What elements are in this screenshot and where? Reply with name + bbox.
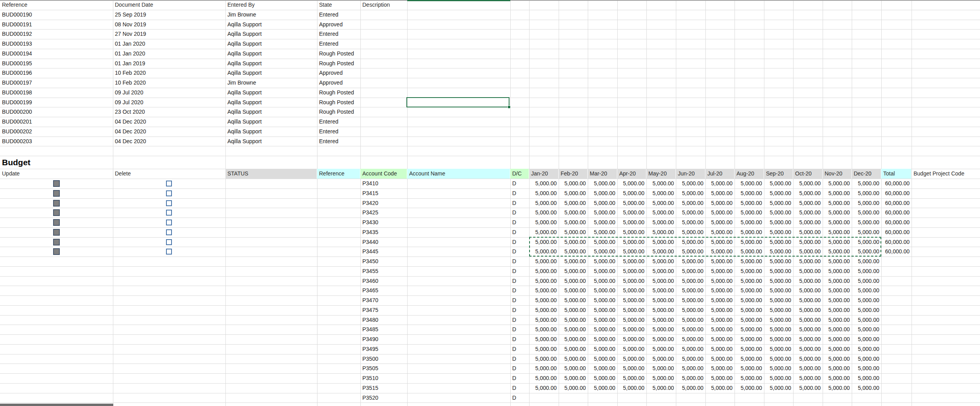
cell-state[interactable]: Rough Posted [317,98,360,107]
cell-month-7[interactable]: 5,000.00 [735,383,764,393]
delete-checkbox[interactable] [166,239,172,245]
budget-header-dec-20[interactable]: Dec-20 [852,169,881,179]
cell-month-11[interactable]: 5,000.00 [852,354,881,364]
cell-month-10[interactable]: 5,000.00 [823,266,852,276]
cell-month-3[interactable]: 5,000.00 [617,364,646,373]
cell-account-code[interactable]: P3460 [360,276,407,286]
update-button[interactable] [53,229,60,236]
cell-month-6[interactable]: 5,000.00 [705,364,735,373]
budget-header-dc[interactable]: D/C [510,169,529,179]
cell-reference[interactable]: BUD000196 [0,68,113,78]
cell-month-9[interactable]: 5,000.00 [793,286,823,295]
cell-account-code[interactable]: P3495 [360,344,407,354]
cell-document-date[interactable]: 04 Dec 2020 [113,127,225,137]
cell-month-4[interactable]: 5,000.00 [646,354,676,364]
cell-account-code[interactable]: P3480 [360,315,407,325]
cell-dc[interactable]: D [510,364,529,373]
cell-month-6[interactable]: 5,000.00 [705,305,735,315]
cell-month-10[interactable]: 5,000.00 [823,373,852,383]
cell-month-2[interactable]: 5,000.00 [588,286,617,295]
cell-month-3[interactable]: 5,000.00 [617,179,646,188]
cell-month-4[interactable]: 5,000.00 [646,305,676,315]
cell-month-0[interactable]: 5,000.00 [529,198,559,208]
update-button[interactable] [53,209,60,216]
cell-month-1[interactable]: 5,000.00 [559,354,588,364]
cell-month-11[interactable]: 5,000.00 [852,383,881,393]
cell-month-11[interactable]: 5,000.00 [852,334,881,344]
cell-month-0[interactable]: 5,000.00 [529,188,559,198]
cell-total[interactable] [881,276,912,286]
cell-month-0[interactable]: 5,000.00 [529,257,559,266]
cell-month-1[interactable]: 5,000.00 [559,334,588,344]
cell-month-10[interactable]: 5,000.00 [823,295,852,305]
cell-month-7[interactable]: 5,000.00 [735,179,764,188]
cell-month-5[interactable]: 5,000.00 [676,373,705,383]
cell-month-6[interactable]: 5,000.00 [705,188,735,198]
cell-dc[interactable]: D [510,198,529,208]
cell-month-6[interactable] [705,393,735,403]
budget-header-mar-20[interactable]: Mar-20 [588,169,617,179]
cell-month-11[interactable]: 5,000.00 [852,198,881,208]
cell-document-date[interactable]: 01 Jan 2019 [113,59,225,68]
cell-month-10[interactable] [823,393,852,403]
cell-month-3[interactable]: 5,000.00 [617,344,646,354]
cell-month-3[interactable]: 5,000.00 [617,208,646,218]
cell-month-10[interactable]: 5,000.00 [823,364,852,373]
cell-month-1[interactable]: 5,000.00 [559,257,588,266]
cell-month-8[interactable]: 5,000.00 [764,179,793,188]
cell-reference[interactable]: BUD000198 [0,88,113,98]
cell-state[interactable]: Entered [317,29,360,39]
cell-month-9[interactable]: 5,000.00 [793,344,823,354]
cell-month-4[interactable]: 5,000.00 [646,286,676,295]
cell-month-5[interactable]: 5,000.00 [676,344,705,354]
cell-total[interactable] [881,295,912,305]
cell-month-1[interactable]: 5,000.00 [559,364,588,373]
cell-dc[interactable]: D [510,276,529,286]
cell-month-11[interactable]: 5,000.00 [852,208,881,218]
cell-month-8[interactable]: 5,000.00 [764,266,793,276]
delete-checkbox[interactable] [166,220,172,225]
cell-account-code[interactable]: P3455 [360,266,407,276]
budget-header-jun-20[interactable]: Jun-20 [676,169,705,179]
cell-state[interactable]: Rough Posted [317,59,360,68]
cell-description[interactable] [360,29,407,39]
cell-dc[interactable]: D [510,295,529,305]
cell-account-code[interactable]: P3420 [360,198,407,208]
cell-month-2[interactable]: 5,000.00 [588,305,617,315]
cell-month-2[interactable]: 5,000.00 [588,208,617,218]
cell-month-6[interactable]: 5,000.00 [705,276,735,286]
cell-month-9[interactable]: 5,000.00 [793,179,823,188]
cell-month-8[interactable]: 5,000.00 [764,286,793,295]
cell-month-9[interactable]: 5,000.00 [793,364,823,373]
cell-state[interactable]: Approved [317,20,360,30]
cell-reference[interactable]: BUD000202 [0,127,113,137]
cell-month-8[interactable]: 5,000.00 [764,295,793,305]
budget-header-delete[interactable]: Delete [113,169,225,179]
cell-month-3[interactable]: 5,000.00 [617,305,646,315]
delete-checkbox[interactable] [166,200,172,206]
cell-document-date[interactable]: 04 Dec 2020 [113,117,225,127]
cell-total[interactable]: 60,000.00 [881,188,912,198]
budget-header-sep-20[interactable]: Sep-20 [764,169,793,179]
budget-header-account-name[interactable]: Account Name [407,169,510,179]
cell-state[interactable]: Entered [317,39,360,49]
doc-header-entered_by[interactable]: Entered By [225,0,317,10]
cell-month-3[interactable]: 5,000.00 [617,373,646,383]
cell-month-0[interactable]: 5,000.00 [529,325,559,334]
cell-month-5[interactable]: 5,000.00 [676,286,705,295]
doc-header-state[interactable]: State [317,0,360,10]
cell-month-10[interactable]: 5,000.00 [823,257,852,266]
cell-entered-by[interactable]: Jim Browne [225,10,317,20]
cell-month-4[interactable]: 5,000.00 [646,364,676,373]
cell-description[interactable] [360,98,407,107]
cell-month-1[interactable]: 5,000.00 [559,325,588,334]
cell-month-6[interactable]: 5,000.00 [705,218,735,227]
cell-month-4[interactable]: 5,000.00 [646,227,676,237]
cell-dc[interactable]: D [510,334,529,344]
cell-month-8[interactable]: 5,000.00 [764,344,793,354]
cell-month-2[interactable]: 5,000.00 [588,295,617,305]
cell-month-6[interactable]: 5,000.00 [705,198,735,208]
cell-month-3[interactable]: 5,000.00 [617,218,646,227]
cell-description[interactable] [360,88,407,98]
cell-month-3[interactable]: 5,000.00 [617,198,646,208]
